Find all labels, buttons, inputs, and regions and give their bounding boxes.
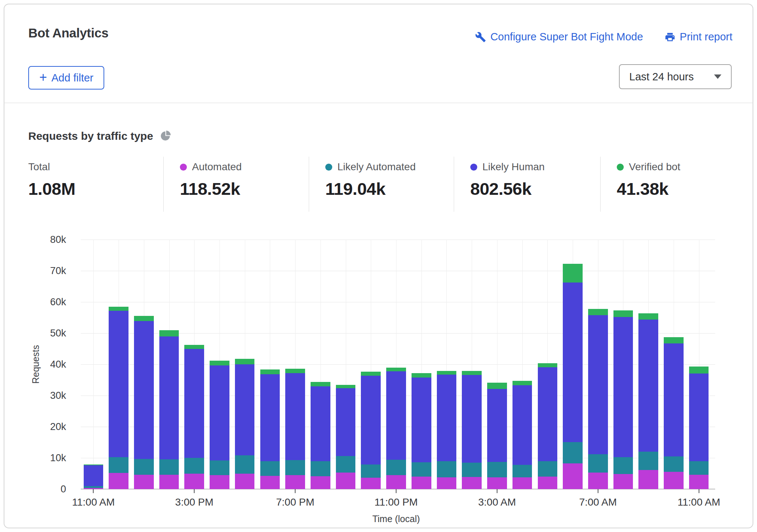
bar-slot-0 xyxy=(81,240,106,489)
stacked-bar-21[interactable] xyxy=(613,240,633,489)
stacked-bar-4[interactable] xyxy=(184,240,204,489)
bar-segment-automated xyxy=(260,476,280,489)
header-links: Configure Super Bot Fight Mode Print rep… xyxy=(475,31,732,43)
stacked-bar-3[interactable] xyxy=(159,240,179,489)
bar-segment-verified-bot xyxy=(412,373,431,378)
y-tick-label: 70k xyxy=(50,265,66,277)
y-tick-label: 40k xyxy=(50,359,66,370)
stacked-bar-9[interactable] xyxy=(311,240,330,489)
stat-label: Likely Human xyxy=(470,161,600,173)
stacked-bar-7[interactable] xyxy=(260,240,280,489)
bar-segment-verified-bot xyxy=(538,363,558,367)
stacked-bar-11[interactable] xyxy=(361,240,381,489)
bar-segment-verified-bot xyxy=(134,316,154,321)
bar-segment-automated xyxy=(563,463,583,489)
time-range-value: Last 24 hours xyxy=(629,71,694,83)
bar-segment-likely-human xyxy=(134,321,154,459)
bar-segment-likely-automated xyxy=(462,463,482,477)
stacked-bar-20[interactable] xyxy=(588,240,608,489)
bar-segment-likely-human xyxy=(386,371,406,460)
bar-slot-1 xyxy=(106,240,131,489)
stacked-bar-22[interactable] xyxy=(638,240,658,489)
x-tick-mark xyxy=(699,489,699,493)
stat-block-verified-bot[interactable]: Verified bot41.38k xyxy=(600,157,738,212)
stacked-bar-15[interactable] xyxy=(462,240,482,489)
add-filter-button[interactable]: + Add filter xyxy=(28,66,104,90)
bar-segment-likely-human xyxy=(588,315,608,454)
bar-segment-automated xyxy=(361,478,381,489)
stat-label: Likely Automated xyxy=(325,161,454,173)
stat-label-text: Verified bot xyxy=(629,161,680,173)
y-tick-label: 50k xyxy=(50,328,66,339)
stat-label-text: Likely Automated xyxy=(337,161,416,173)
print-link-label: Print report xyxy=(680,31,732,43)
y-tick-label: 20k xyxy=(50,421,66,433)
stacked-bar-1[interactable] xyxy=(109,240,128,489)
stat-block-likely-human[interactable]: Likely Human802.56k xyxy=(454,157,600,212)
bar-segment-verified-bot xyxy=(285,369,305,373)
bar-segment-likely-automated xyxy=(260,461,280,476)
bar-segment-likely-automated xyxy=(311,461,330,477)
stacked-bar-24[interactable] xyxy=(689,240,709,489)
stacked-bar-12[interactable] xyxy=(386,240,406,489)
x-tick-label: 7:00 AM xyxy=(579,496,617,508)
y-axis-ticks: 010k20k30k40k50k60k70k80k xyxy=(4,240,66,489)
bar-segment-likely-automated xyxy=(512,465,532,477)
bar-slot-4 xyxy=(182,240,207,489)
bar-segment-likely-human xyxy=(210,365,229,460)
stat-label-text: Total xyxy=(28,161,50,173)
y-tick-label: 10k xyxy=(50,452,66,464)
stacked-bar-16[interactable] xyxy=(487,240,507,489)
bar-segment-likely-automated xyxy=(487,462,507,477)
bar-segment-verified-bot xyxy=(336,385,356,388)
bar-segment-likely-automated xyxy=(285,460,305,475)
section-title: Requests by traffic type xyxy=(28,130,153,142)
configure-super-bot-fight-mode-link[interactable]: Configure Super Bot Fight Mode xyxy=(475,31,643,43)
bar-slot-7 xyxy=(257,240,283,489)
bar-segment-automated xyxy=(538,477,558,489)
x-tick-label: 11:00 AM xyxy=(678,496,720,508)
stacked-bar-2[interactable] xyxy=(134,240,154,489)
bar-slot-8 xyxy=(283,240,308,489)
stacked-bar-13[interactable] xyxy=(412,240,431,489)
time-range-select[interactable]: Last 24 hours xyxy=(619,64,732,89)
x-tick-mark xyxy=(295,489,296,493)
stat-block-likely-automated[interactable]: Likely Automated119.04k xyxy=(309,157,454,212)
stacked-bar-23[interactable] xyxy=(664,240,684,489)
bar-segment-verified-bot xyxy=(159,330,179,336)
stacked-bar-18[interactable] xyxy=(538,240,558,489)
bar-slot-18 xyxy=(535,240,560,489)
bar-slot-19 xyxy=(560,240,586,489)
bar-segment-likely-human xyxy=(235,364,255,455)
bar-segment-verified-bot xyxy=(563,264,583,283)
bar-segment-automated xyxy=(210,475,229,489)
stacked-bar-6[interactable] xyxy=(235,240,255,489)
stacked-bar-17[interactable] xyxy=(512,240,532,489)
stacked-bar-19[interactable] xyxy=(563,240,583,489)
x-tick-mark xyxy=(396,489,396,493)
pie-chart-icon xyxy=(160,130,171,142)
bar-segment-verified-bot xyxy=(311,382,330,386)
bar-segment-likely-human xyxy=(664,343,684,456)
stat-label: Verified bot xyxy=(617,161,738,173)
bar-segment-likely-human xyxy=(437,375,457,461)
bar-segment-likely-automated xyxy=(235,455,255,474)
print-report-link[interactable]: Print report xyxy=(664,31,732,43)
bar-segment-likely-human xyxy=(184,349,204,458)
stat-block-automated[interactable]: Automated118.52k xyxy=(163,157,309,212)
bar-segment-likely-automated xyxy=(412,462,431,477)
bar-slot-11 xyxy=(358,240,384,489)
automated-legend-dot-icon xyxy=(180,164,187,171)
stacked-bar-10[interactable] xyxy=(336,240,356,489)
stacked-bar-14[interactable] xyxy=(437,240,457,489)
stacked-bar-8[interactable] xyxy=(285,240,305,489)
bar-segment-likely-automated xyxy=(437,461,457,477)
bar-segment-likely-human xyxy=(311,386,330,461)
stacked-bar-0[interactable] xyxy=(84,240,104,489)
stacked-bar-5[interactable] xyxy=(210,240,229,489)
bar-segment-likely-automated xyxy=(336,456,356,473)
x-tick-mark xyxy=(93,489,94,493)
bar-segment-automated xyxy=(462,477,482,489)
bar-slot-22 xyxy=(636,240,661,489)
bar-segment-verified-bot xyxy=(260,369,280,375)
